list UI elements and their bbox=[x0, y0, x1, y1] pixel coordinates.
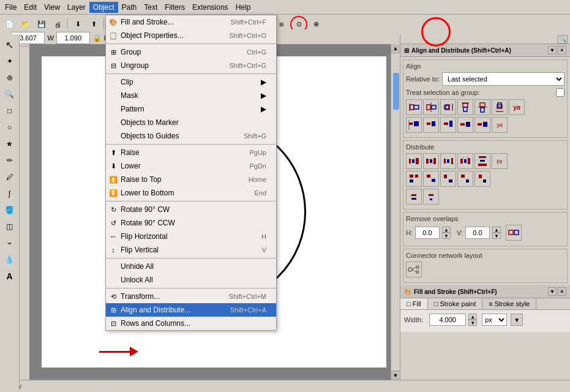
vscroll-thumb[interactable] bbox=[393, 73, 399, 110]
v-overlap-input[interactable] bbox=[465, 227, 490, 239]
menu-object[interactable]: Object bbox=[89, 2, 118, 13]
menu-view[interactable]: View bbox=[40, 2, 64, 13]
menu-raise-top[interactable]: ⏫ Raise to Top Home bbox=[106, 173, 276, 186]
menu-text[interactable]: Text bbox=[140, 2, 161, 13]
dist-gap-h[interactable] bbox=[457, 153, 473, 169]
fill-tab-fill[interactable]: □ Fill bbox=[400, 298, 428, 309]
remove-overlap-btn[interactable] bbox=[506, 225, 522, 241]
unit-select[interactable]: px pt mm in bbox=[482, 314, 507, 326]
h-overlap-up[interactable]: ▲ bbox=[442, 227, 451, 233]
dist2-1[interactable] bbox=[406, 171, 422, 187]
panel-close-btn[interactable]: × bbox=[558, 46, 566, 55]
align-text-baseline[interactable]: yα bbox=[509, 99, 525, 115]
circle-tool[interactable]: ○ bbox=[2, 119, 18, 135]
menu-object-props[interactable]: 📋 Object Properties... Shift+Ctrl+O bbox=[106, 29, 276, 42]
menu-lower-bottom[interactable]: ⏬ Lower to Bottom End bbox=[106, 186, 276, 200]
menu-align-distribute[interactable]: ⊞ Align and Distribute... Shift+Ctrl+A bbox=[106, 303, 276, 317]
fill-tab-stroke-style[interactable]: ≡ Stroke style bbox=[482, 298, 536, 309]
menu-objects-to-guides[interactable]: Objects to Guides Shift+G bbox=[106, 129, 276, 143]
align-top-edge[interactable] bbox=[457, 99, 473, 115]
dist-left[interactable] bbox=[406, 153, 422, 169]
star-tool[interactable]: ★ bbox=[2, 136, 18, 152]
fill-tab-stroke-paint[interactable]: □ Stroke paint bbox=[428, 298, 482, 309]
align-center-v[interactable] bbox=[423, 99, 439, 115]
menu-file[interactable]: File bbox=[1, 2, 20, 13]
canvas-vscrollbar[interactable]: ▲ ▼ bbox=[391, 44, 400, 380]
panel-zoom-btn[interactable]: 🔍 bbox=[558, 35, 568, 43]
v-overlap-down[interactable]: ▼ bbox=[492, 233, 501, 239]
dist-center-h[interactable] bbox=[423, 153, 439, 169]
bucket-tool[interactable]: 🪣 bbox=[2, 202, 18, 218]
align-bottom-edge[interactable] bbox=[492, 99, 508, 115]
align-col1[interactable] bbox=[406, 117, 422, 133]
pencil-tool[interactable]: ✏ bbox=[2, 153, 18, 168]
tweak-tool[interactable]: ⊛ bbox=[2, 70, 18, 86]
menu-clip[interactable]: Clip ▶ bbox=[106, 75, 276, 89]
menu-mask[interactable]: Mask ▶ bbox=[106, 89, 276, 102]
menu-path[interactable]: Path bbox=[118, 2, 141, 13]
align-text2[interactable]: yα bbox=[492, 117, 508, 133]
panel-arrow-btn[interactable]: ▼ bbox=[548, 46, 557, 55]
align-left-edge[interactable] bbox=[406, 99, 422, 115]
width-up[interactable]: ▲ bbox=[468, 314, 477, 320]
align-center-h[interactable] bbox=[474, 99, 490, 115]
vscroll-up[interactable]: ▲ bbox=[391, 44, 400, 53]
dist3-2[interactable] bbox=[423, 189, 439, 205]
menu-layer[interactable]: Layer bbox=[64, 2, 89, 13]
menu-transform[interactable]: ⟲ Transform... Shift+Ctrl+M bbox=[106, 290, 276, 303]
menu-unhide[interactable]: Unhide All bbox=[106, 260, 276, 273]
menu-pattern[interactable]: Pattern ▶ bbox=[106, 102, 276, 116]
zoom-tool[interactable]: 🔍 bbox=[2, 86, 18, 102]
menu-objects-to-marker[interactable]: Objects to Marker bbox=[106, 116, 276, 129]
dropper-tool[interactable]: 💧 bbox=[2, 252, 18, 268]
text-tool[interactable]: A bbox=[2, 268, 18, 284]
connector-tool[interactable]: ⌁ bbox=[2, 235, 18, 251]
dist2-5[interactable] bbox=[474, 171, 490, 187]
treat-group-checkbox[interactable] bbox=[556, 88, 564, 97]
connector-btn[interactable] bbox=[406, 262, 422, 277]
v-overlap-up[interactable]: ▲ bbox=[492, 227, 501, 233]
vscroll-down[interactable]: ▼ bbox=[391, 371, 400, 380]
align-right-edge[interactable] bbox=[440, 99, 456, 115]
menu-unlock[interactable]: Unlock All bbox=[106, 273, 276, 287]
menu-raise[interactable]: ⬆ Raise PgUp bbox=[106, 146, 276, 159]
width-down[interactable]: ▼ bbox=[468, 320, 477, 326]
menu-filters[interactable]: Filters bbox=[161, 2, 189, 13]
menu-group[interactable]: ⊞ Group Ctrl+G bbox=[106, 45, 276, 59]
menu-ungroup[interactable]: ⊟ Ungroup Shift+Ctrl+G bbox=[106, 59, 276, 72]
dist-top[interactable] bbox=[474, 153, 490, 169]
menu-rotate-cw[interactable]: ↻ Rotate 90° CW bbox=[106, 203, 276, 216]
fill-panel-close[interactable]: × bbox=[558, 287, 566, 296]
menu-fill-stroke[interactable]: 🎨 Fill and Stroke... Shift+Ctrl+F bbox=[106, 15, 276, 29]
gradient-tool[interactable]: ◫ bbox=[2, 219, 18, 235]
menu-lower[interactable]: ⬇ Lower PgDn bbox=[106, 159, 276, 173]
menu-help[interactable]: Help bbox=[232, 2, 255, 13]
dist-text[interactable]: py bbox=[492, 153, 508, 169]
menu-flip-h[interactable]: ↔ Flip Horizontal H bbox=[106, 230, 276, 243]
align-col5[interactable] bbox=[474, 117, 490, 133]
dist-right[interactable] bbox=[440, 153, 456, 169]
dist2-3[interactable] bbox=[440, 171, 456, 187]
w-input[interactable] bbox=[56, 32, 90, 44]
menu-extensions[interactable]: Extensions bbox=[189, 2, 232, 13]
menu-flip-v[interactable]: ↕ Flip Vertical V bbox=[106, 243, 276, 257]
h-overlap-down[interactable]: ▼ bbox=[442, 233, 451, 239]
align-col4[interactable] bbox=[457, 117, 473, 133]
align-col2[interactable] bbox=[423, 117, 439, 133]
relative-to-select[interactable]: Last selected First selected Biggest obj… bbox=[442, 72, 564, 86]
menu-edit[interactable]: Edit bbox=[20, 2, 40, 13]
align-col3[interactable] bbox=[440, 117, 456, 133]
width-input[interactable] bbox=[429, 314, 466, 326]
dist3-1[interactable] bbox=[406, 189, 422, 205]
unit-dropdown-btn[interactable]: ▼ bbox=[511, 314, 523, 326]
menu-rows-columns[interactable]: ⊡ Rows and Columns... bbox=[106, 317, 276, 330]
calligraphy-tool[interactable]: ∫ bbox=[2, 186, 18, 202]
node-tool[interactable]: ✦ bbox=[2, 53, 18, 69]
menu-rotate-ccw[interactable]: ↺ Rotate 90° CCW bbox=[106, 216, 276, 230]
select-tool[interactable]: ↖ bbox=[2, 37, 18, 53]
dist2-2[interactable] bbox=[423, 171, 439, 187]
pen-tool[interactable]: 🖊 bbox=[2, 169, 18, 185]
dist2-4[interactable] bbox=[457, 171, 473, 187]
fill-panel-arrow[interactable]: ▼ bbox=[548, 287, 557, 296]
rect-tool[interactable]: □ bbox=[2, 103, 18, 119]
